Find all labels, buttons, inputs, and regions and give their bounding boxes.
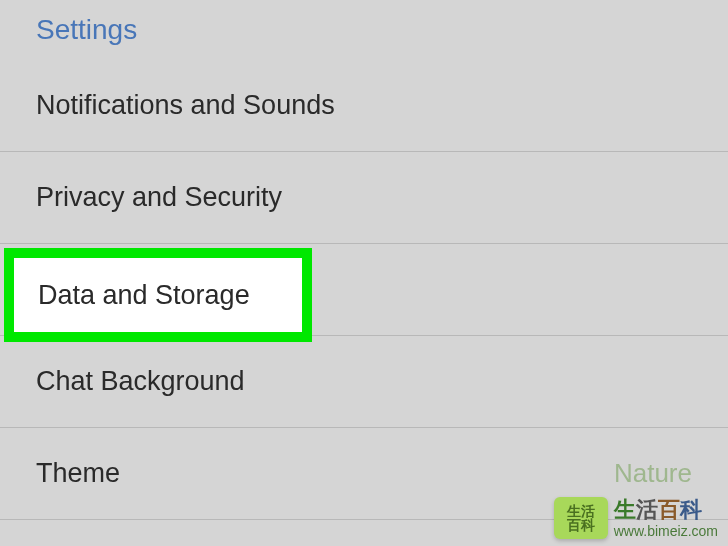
watermark-text: 生活百科 www.bimeiz.com	[614, 497, 718, 540]
highlight-box-data-storage[interactable]: Data and Storage	[4, 248, 312, 342]
watermark-icon: 生活 百科	[554, 497, 608, 539]
settings-item-label: Chat Background	[36, 366, 245, 397]
settings-item-privacy[interactable]: Privacy and Security	[0, 152, 728, 244]
settings-item-label: Notifications and Sounds	[36, 90, 335, 121]
settings-item-label: Theme	[36, 458, 120, 489]
settings-item-value: Nature	[614, 458, 692, 489]
watermark-url: www.bimeiz.com	[614, 523, 718, 540]
settings-item-chat-background[interactable]: Chat Background	[0, 336, 728, 428]
settings-item-label: Privacy and Security	[36, 182, 282, 213]
highlight-label: Data and Storage	[38, 280, 250, 311]
settings-item-notifications[interactable]: Notifications and Sounds	[0, 60, 728, 152]
settings-section-header: Settings	[0, 0, 728, 60]
watermark: 生活 百科 生活百科 www.bimeiz.com	[554, 497, 718, 540]
watermark-cn: 生活百科	[614, 497, 718, 523]
